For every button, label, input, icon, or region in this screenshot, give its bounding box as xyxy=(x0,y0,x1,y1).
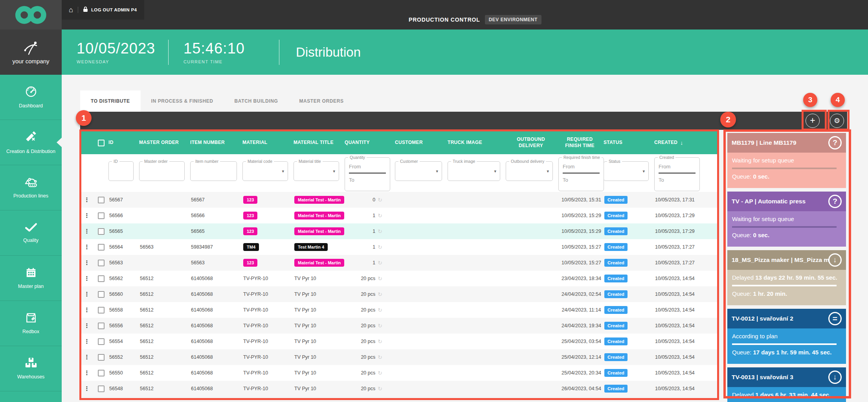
question-icon[interactable]: ? xyxy=(828,136,842,149)
line-card-header: 18_MS_Pizza maker | MS_Pizza maker↓ xyxy=(727,250,846,270)
row-checkbox[interactable] xyxy=(98,354,105,361)
table-row[interactable]: ⋮565645656359834987TM4Test Martin 41↻10/… xyxy=(80,239,717,255)
filter-quantity-from-input[interactable] xyxy=(349,160,386,173)
arrow-down-icon[interactable]: ↓ xyxy=(828,371,842,384)
row-checkbox[interactable] xyxy=(98,291,105,298)
home-icon[interactable]: ⌂ xyxy=(69,6,73,13)
column-header-required-finish-time[interactable]: REQUIRED FINISH TIME xyxy=(558,136,604,149)
sidebar-item-production-lines[interactable]: Production lines xyxy=(0,165,62,210)
table-row[interactable]: ⋮565625651261405068TV-PYR-10TV Pyr 1020 … xyxy=(80,271,717,286)
column-header-master-order[interactable]: MASTER ORDER xyxy=(139,140,190,146)
lock-icon xyxy=(83,6,88,14)
arrow-down-icon[interactable]: ↓ xyxy=(828,253,842,267)
table-row[interactable]: ⋮565485651261405068TV-PYR-10TV Pyr 1020 … xyxy=(80,381,717,396)
filter-material-code-select[interactable] xyxy=(243,162,288,181)
cell-item-number: 61405068 xyxy=(190,370,242,376)
filter-truck-image-select[interactable] xyxy=(448,162,500,181)
sidebar-item-redbox[interactable]: Redbox xyxy=(0,301,62,346)
table-row[interactable]: ⋮5656756567123Material Test - Martin0↻10… xyxy=(80,192,717,208)
filter-quantity-to-input[interactable] xyxy=(349,173,386,186)
sidebar-item-master-plan[interactable]: Master plan xyxy=(0,256,62,301)
logout-button[interactable]: LOG OUT ADMIN P4 xyxy=(91,7,137,12)
row-checkbox[interactable] xyxy=(98,307,105,313)
line-card-queue: Queue: 17 days 1 hr. 59 min. 45 sec. xyxy=(732,349,841,356)
row-checkbox[interactable] xyxy=(98,323,105,329)
row-checkbox[interactable] xyxy=(98,228,105,235)
table-row[interactable]: ⋮565525651261405068TV-PYR-10TV Pyr 1020 … xyxy=(80,349,717,365)
row-menu-button[interactable]: ⋮ xyxy=(80,291,94,298)
filter-created-to-input[interactable] xyxy=(659,173,696,186)
row-checkbox[interactable] xyxy=(98,244,105,251)
row-menu-button[interactable]: ⋮ xyxy=(80,385,94,392)
row-checkbox[interactable] xyxy=(98,260,105,266)
sidebar-item-warehouses[interactable]: Warehouses xyxy=(0,346,62,391)
row-checkbox[interactable] xyxy=(98,385,105,392)
row-checkbox-cell xyxy=(94,307,108,313)
tab-master-orders[interactable]: MASTER ORDERS xyxy=(288,90,354,112)
tab-to-distribute[interactable]: TO DISTRIBUTE xyxy=(80,90,141,112)
question-icon[interactable]: ? xyxy=(828,195,842,208)
row-menu-button[interactable]: ⋮ xyxy=(80,338,94,345)
row-menu-button[interactable]: ⋮ xyxy=(80,259,94,266)
row-menu-button[interactable]: ⋮ xyxy=(80,196,94,203)
table-row[interactable]: ⋮565605651261405068TV-PYR-10TV Pyr 1020 … xyxy=(80,286,717,302)
add-button[interactable]: + xyxy=(806,114,820,128)
filter-customer-select[interactable] xyxy=(395,162,442,181)
cell-required-finish-time: 24/04/2023, 19:34 xyxy=(558,323,604,328)
column-header-material-title[interactable]: MATERIAL TITLE xyxy=(294,140,345,146)
tab-in-process-finished[interactable]: IN PROCESS & FINISHED xyxy=(141,90,224,112)
filter-required-finish-time-to-input[interactable] xyxy=(563,173,600,186)
material-badge: TV-PYR-10 xyxy=(243,276,268,281)
filter-status-select[interactable] xyxy=(604,162,648,181)
cell-material-title: TV Pyr 10 xyxy=(294,291,345,297)
table-row[interactable]: ⋮5656556565123Material Test - Martin1↻10… xyxy=(80,223,717,239)
column-header-item-number[interactable]: ITEM NUMBER xyxy=(190,140,242,146)
column-header-outbound-delivery[interactable]: OUTBOUND DELIVERY xyxy=(506,136,558,149)
table-row[interactable]: ⋮5656656566123Material Test - Martin1↻10… xyxy=(80,208,717,223)
row-checkbox[interactable] xyxy=(98,197,105,203)
column-header-truck-image[interactable]: TRUCK IMAGE xyxy=(448,140,506,146)
filter-id-input[interactable] xyxy=(109,162,133,181)
equals-icon[interactable]: = xyxy=(828,312,842,325)
row-menu-button[interactable]: ⋮ xyxy=(80,212,94,219)
row-menu-button[interactable]: ⋮ xyxy=(80,322,94,329)
filter-required-finish-time-from-input[interactable] xyxy=(563,160,600,173)
row-menu-button[interactable]: ⋮ xyxy=(80,243,94,251)
column-header-id[interactable]: ID xyxy=(108,140,139,146)
tab-batch-building[interactable]: BATCH BUILDING xyxy=(224,90,289,112)
quantity-value: 20 pcs xyxy=(361,386,375,391)
table-row[interactable]: ⋮565585651261405068TV-PYR-10TV Pyr 1020 … xyxy=(80,302,717,318)
row-menu-button[interactable]: ⋮ xyxy=(80,306,94,313)
filter-item-number-input[interactable] xyxy=(191,162,237,181)
column-header-quantity[interactable]: QUANTITY xyxy=(345,140,395,146)
table-row[interactable]: ⋮565545651261405068TV-PYR-10TV Pyr 1020 … xyxy=(80,334,717,349)
table-row[interactable]: ⋮5656356563123Material Test - Martin1↻10… xyxy=(80,255,717,271)
row-menu-button[interactable]: ⋮ xyxy=(80,275,94,282)
filter-master-order-input[interactable] xyxy=(139,162,184,181)
column-header-material[interactable]: MATERIAL xyxy=(242,140,294,146)
table-row[interactable]: ⋮565565651261405068TV-PYR-10TV Pyr 1020 … xyxy=(80,318,717,334)
filter-outbound-delivery-select[interactable] xyxy=(506,162,552,181)
filter-created-from-input[interactable] xyxy=(659,160,696,173)
row-checkbox[interactable] xyxy=(98,338,105,345)
line-card-queue: Queue: 0 sec. xyxy=(732,232,841,238)
filter-material-title-select[interactable] xyxy=(294,162,339,181)
cell-required-finish-time: 25/04/2023, 20:34 xyxy=(558,370,604,376)
column-header-created[interactable]: CREATED↓ xyxy=(654,139,717,146)
settings-button[interactable]: ⚙ xyxy=(830,114,844,128)
sidebar-item-dashboard[interactable]: Dashboard xyxy=(0,75,62,120)
row-checkbox[interactable] xyxy=(98,275,105,282)
row-menu-button[interactable]: ⋮ xyxy=(80,354,94,361)
material-badge: TV-PYR-10 xyxy=(243,386,268,391)
column-header-status[interactable]: STATUS xyxy=(604,140,654,146)
sidebar-item-creation-distribution[interactable]: Creation & Distribution xyxy=(0,120,62,165)
column-header-customer[interactable]: CUSTOMER xyxy=(395,140,448,146)
row-checkbox[interactable] xyxy=(98,370,105,376)
sidebar-item-quality[interactable]: Quality xyxy=(0,210,62,256)
status-badge: Created xyxy=(604,196,628,204)
table-row[interactable]: ⋮565505651261405068TV-PYR-10TV Pyr 1020 … xyxy=(80,365,717,381)
row-checkbox[interactable] xyxy=(98,212,105,219)
row-menu-button[interactable]: ⋮ xyxy=(80,369,94,376)
select-all-checkbox[interactable] xyxy=(98,140,105,146)
row-menu-button[interactable]: ⋮ xyxy=(80,228,94,235)
